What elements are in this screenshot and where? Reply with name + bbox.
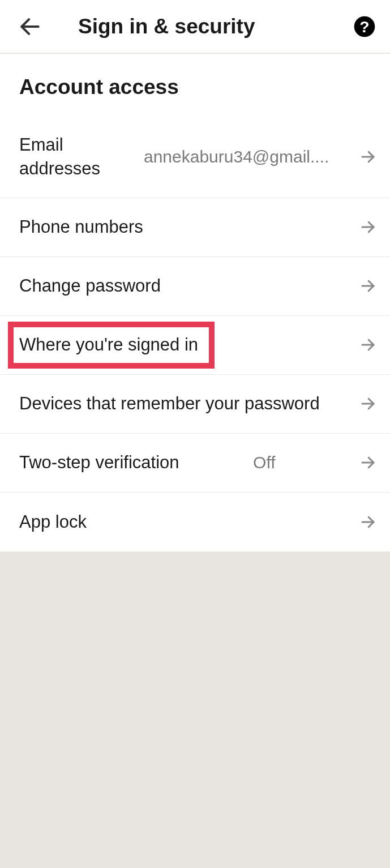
section-title: Account access [0, 54, 390, 116]
help-button[interactable]: ? [353, 15, 376, 38]
chevron-right-icon [359, 454, 376, 471]
page-title: Sign in & security [78, 15, 353, 39]
svg-text:?: ? [359, 18, 369, 36]
row-value: Off [253, 453, 275, 472]
row-value: annekaburu34@gmail.... [144, 147, 349, 166]
setting-row-change-password[interactable]: Change password [0, 257, 390, 316]
setting-row-phone[interactable]: Phone numbers [0, 198, 390, 257]
header-bar: Sign in & security ? [0, 0, 390, 54]
row-label: Two-step verification [19, 452, 179, 473]
setting-row-where-signed-in[interactable]: Where you're signed in [0, 316, 390, 375]
chevron-right-icon [359, 148, 376, 165]
chevron-right-icon [359, 219, 376, 236]
setting-row-app-lock[interactable]: App lock [0, 493, 390, 551]
content-area: Account access Email addresses annekabur… [0, 54, 390, 551]
chevron-right-icon [359, 277, 376, 294]
row-label: Devices that remember your password [19, 394, 320, 414]
row-label: Email addresses [19, 133, 121, 181]
back-button[interactable] [16, 12, 44, 41]
setting-row-devices[interactable]: Devices that remember your password [0, 375, 390, 434]
setting-row-email[interactable]: Email addresses annekaburu34@gmail.... [0, 116, 390, 198]
row-label: App lock [19, 512, 87, 532]
chevron-right-icon [359, 395, 376, 412]
row-label: Phone numbers [19, 217, 143, 237]
chevron-right-icon [359, 336, 376, 353]
setting-row-two-step[interactable]: Two-step verification Off [0, 434, 390, 493]
row-label: Change password [19, 276, 161, 296]
chevron-right-icon [359, 514, 376, 531]
row-label: Where you're signed in [19, 335, 198, 355]
arrow-left-icon [18, 14, 42, 39]
help-icon: ? [353, 15, 376, 38]
